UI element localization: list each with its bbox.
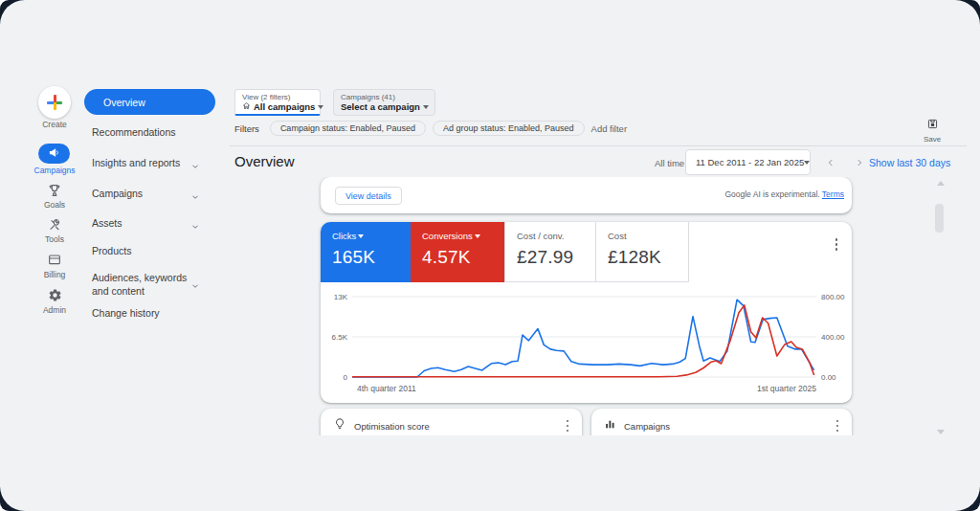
save-button[interactable]: Save	[911, 117, 953, 144]
metric-label: Cost	[608, 231, 627, 241]
campaign-dropdown-label: Campaigns (41)	[341, 93, 428, 101]
terms-link[interactable]: Terms	[822, 189, 844, 199]
chevron-down-icon[interactable]	[190, 158, 200, 167]
date-range-selector[interactable]: 11 Dec 2011 - 22 Jan 2025	[685, 149, 811, 175]
campaigns-card: Campaigns	[591, 409, 852, 435]
home-icon	[242, 101, 251, 112]
metric-label: Cost / conv.	[517, 231, 564, 241]
add-filter-button[interactable]: Add filter	[591, 123, 628, 134]
view-filter-dropdown[interactable]: View (2 filters) All campaigns	[234, 89, 321, 116]
scrollbar-thumb[interactable]	[935, 204, 944, 233]
metric-tiles: Clicks 165K Conversions 4.57K Cost / con…	[321, 222, 689, 282]
ai-summary-card: View details Google AI is experimental. …	[321, 177, 852, 213]
app-screen: Create Campaigns Goals Tools Billing Adm…	[0, 0, 980, 511]
nav-item-insights-and-reports[interactable]: Insights and reports	[92, 156, 199, 169]
metric-value: 165K	[332, 247, 411, 268]
metric-label: Conversions	[422, 231, 473, 241]
view-dropdown-value: All campaigns	[254, 101, 315, 112]
date-prev-button[interactable]	[817, 149, 843, 175]
create-label: Create	[26, 120, 83, 129]
content-scroll-area: View details Google AI is experimental. …	[0, 177, 957, 435]
card-title: Optimisation score	[354, 421, 557, 432]
dropdown-arrow-icon	[318, 105, 323, 109]
create-button[interactable]	[38, 86, 71, 119]
kebab-menu-icon[interactable]	[834, 236, 840, 253]
metric-label: Clicks	[332, 231, 356, 241]
rail-label-campaigns: Campaigns	[26, 166, 83, 175]
metric-tile-cost-per-conv[interactable]: Cost / conv. £27.99	[504, 222, 596, 282]
filters-label: Filters	[234, 123, 259, 134]
nav-item-overview[interactable]: Overview	[84, 89, 215, 115]
scrollbar-down-arrow[interactable]	[937, 430, 945, 434]
kebab-menu-icon[interactable]	[835, 418, 841, 434]
lightbulb-icon	[333, 417, 346, 434]
save-label: Save	[911, 135, 953, 144]
trend-line-chart	[321, 289, 852, 389]
series-conversions	[352, 305, 814, 377]
view-details-button[interactable]: View details	[335, 187, 402, 205]
divider	[230, 145, 967, 146]
filters-row: Filters Campaign status: Enabled, Paused…	[234, 121, 627, 136]
ai-disclaimer-text: Google AI is experimental.	[724, 189, 821, 199]
time-preset-label: All time	[655, 158, 684, 168]
dropdown-arrow-icon	[423, 105, 429, 109]
metric-value: £128K	[608, 247, 688, 268]
kebab-menu-icon[interactable]	[565, 418, 571, 434]
scrollbar-up-arrow[interactable]	[937, 181, 945, 186]
megaphone-icon	[48, 145, 60, 163]
dropdown-arrow-icon	[804, 161, 810, 165]
metric-dropdown-arrow-icon	[475, 234, 480, 238]
metric-value: £27.99	[517, 247, 595, 268]
show-last-30-days-link[interactable]: Show last 30 days	[869, 157, 950, 168]
metric-dropdown-arrow-icon	[358, 234, 364, 238]
card-title: Campaigns	[624, 421, 827, 432]
nav-label-overview: Overview	[103, 97, 145, 108]
metric-tile-conversions[interactable]: Conversions 4.57K	[411, 222, 504, 282]
optimisation-score-card: Optimisation score	[321, 409, 582, 435]
filter-chip-campaign-status[interactable]: Campaign status: Enabled, Paused	[270, 121, 426, 136]
rail-item-campaigns[interactable]	[38, 144, 70, 164]
metric-tile-cost[interactable]: Cost £128K	[596, 222, 689, 282]
filter-chip-ad-group-status[interactable]: Ad group status: Enabled, Paused	[433, 121, 585, 136]
date-range-value: 11 Dec 2011 - 22 Jan 2025	[696, 157, 804, 167]
view-dropdown-label: View (2 filters)	[242, 93, 313, 101]
performance-chart-card: Clicks 165K Conversions 4.57K Cost / con…	[321, 222, 852, 403]
ai-disclaimer: Google AI is experimental. Terms	[724, 189, 844, 199]
campaign-select-dropdown[interactable]: Campaigns (41) Select a campaign	[333, 89, 435, 116]
series-clicks	[352, 300, 814, 377]
campaign-dropdown-value: Select a campaign	[341, 101, 420, 112]
plus-icon	[54, 95, 56, 110]
date-next-button[interactable]	[846, 149, 872, 175]
google-ads-overview-mockup: Create Campaigns Goals Tools Billing Adm…	[0, 0, 980, 511]
page-title: Overview	[234, 153, 295, 169]
nav-item-recommendations[interactable]: Recommendations	[92, 125, 199, 139]
bar-chart-icon	[604, 417, 616, 434]
metric-tile-clicks[interactable]: Clicks 165K	[321, 222, 411, 282]
save-icon	[926, 117, 939, 133]
metric-value: 4.57K	[422, 247, 504, 268]
